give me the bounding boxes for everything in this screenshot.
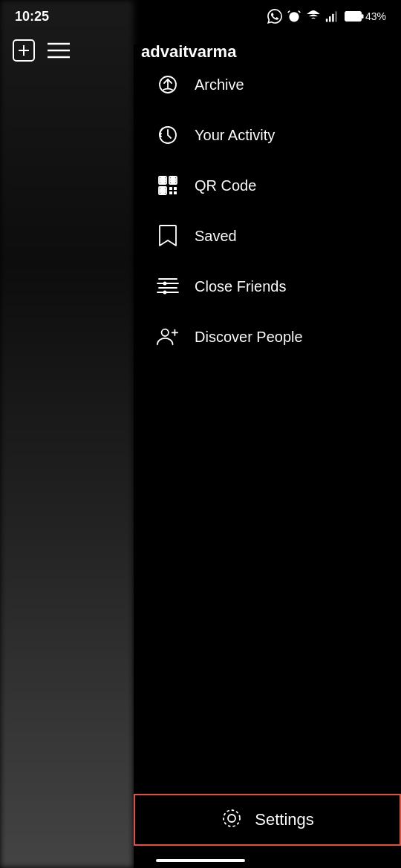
svg-rect-22 bbox=[169, 187, 172, 190]
close-friends-icon bbox=[156, 274, 180, 298]
battery-percent: 43% bbox=[365, 10, 386, 22]
new-post-button[interactable] bbox=[12, 39, 36, 65]
menu-item-qr-code[interactable]: QR Code bbox=[134, 160, 401, 211]
hamburger-menu-icon[interactable] bbox=[48, 42, 70, 62]
wifi-icon bbox=[306, 9, 321, 24]
menu-item-your-activity[interactable]: Your Activity bbox=[134, 110, 401, 160]
svg-rect-17 bbox=[160, 178, 165, 183]
status-icons: 43% bbox=[267, 9, 386, 24]
svg-rect-3 bbox=[332, 14, 334, 22]
svg-rect-4 bbox=[335, 11, 337, 22]
saved-icon bbox=[156, 224, 180, 248]
menu-item-discover-people[interactable]: Discover People bbox=[134, 312, 401, 362]
svg-rect-24 bbox=[169, 191, 172, 194]
username: advaitvarma bbox=[134, 42, 236, 62]
svg-rect-2 bbox=[329, 16, 331, 22]
archive-icon bbox=[156, 73, 180, 96]
signal-icon bbox=[325, 9, 340, 24]
svg-rect-6 bbox=[346, 13, 356, 20]
your-activity-label: Your Activity bbox=[195, 127, 275, 144]
svg-point-34 bbox=[162, 329, 169, 336]
svg-point-33 bbox=[163, 291, 167, 295]
svg-point-32 bbox=[163, 282, 167, 286]
svg-rect-1 bbox=[326, 19, 328, 22]
archive-label: Archive bbox=[195, 76, 244, 93]
status-bar: 10:25 43% bbox=[0, 0, 401, 30]
svg-point-37 bbox=[228, 815, 235, 822]
svg-rect-25 bbox=[174, 191, 177, 194]
left-panel bbox=[0, 0, 134, 868]
alarm-icon bbox=[287, 9, 301, 24]
svg-rect-19 bbox=[171, 178, 175, 183]
your-activity-icon bbox=[156, 123, 180, 147]
app-header: advaitvarma bbox=[0, 30, 401, 74]
settings-icon bbox=[221, 807, 243, 832]
settings-label: Settings bbox=[255, 810, 314, 829]
qr-code-label: QR Code bbox=[195, 177, 256, 194]
menu-list: Archive Your Activity bbox=[134, 45, 401, 377]
home-indicator bbox=[156, 859, 245, 862]
header-left-icons bbox=[0, 39, 134, 65]
svg-rect-7 bbox=[362, 14, 364, 19]
discover-people-icon bbox=[156, 325, 180, 349]
discover-people-label: Discover People bbox=[195, 329, 303, 346]
settings-button[interactable]: Settings bbox=[134, 794, 401, 846]
svg-rect-21 bbox=[160, 188, 165, 193]
qr-code-icon bbox=[156, 174, 180, 197]
status-time: 10:25 bbox=[15, 9, 49, 24]
svg-point-38 bbox=[224, 810, 240, 826]
menu-item-saved[interactable]: Saved bbox=[134, 211, 401, 261]
battery-icon: 43% bbox=[345, 10, 386, 22]
drawer-menu-panel: Archive Your Activity bbox=[134, 45, 401, 868]
saved-label: Saved bbox=[195, 228, 237, 245]
whatsapp-icon bbox=[267, 9, 282, 24]
close-friends-label: Close Friends bbox=[195, 278, 286, 295]
svg-rect-23 bbox=[174, 187, 177, 190]
menu-item-close-friends[interactable]: Close Friends bbox=[134, 261, 401, 312]
